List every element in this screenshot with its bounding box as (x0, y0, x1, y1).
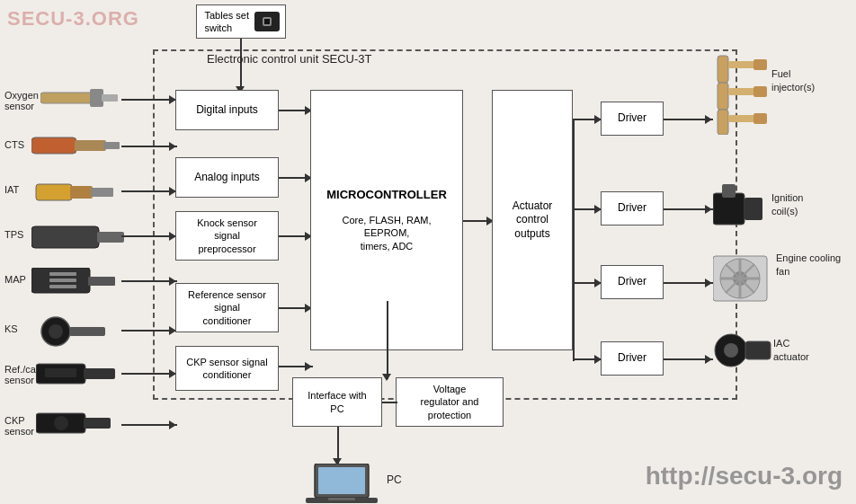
svg-rect-5 (103, 142, 120, 149)
voltage-label: Voltageregulator andprotection (421, 383, 479, 421)
switch-icon (254, 12, 280, 31)
sensor-map-label: MAP (4, 274, 26, 285)
svg-rect-26 (728, 61, 755, 68)
svg-rect-48 (318, 467, 365, 494)
fuel-injector-visual (713, 54, 771, 135)
iac-actuator-visual (713, 331, 771, 371)
sensor-tps-visual (31, 225, 130, 250)
svg-rect-4 (75, 140, 106, 151)
svg-rect-35 (745, 198, 762, 220)
ignition-coil-label: Ignitioncoil(s) (771, 191, 803, 219)
driver3-label: Driver (618, 275, 646, 289)
driver2-label: Driver (618, 201, 646, 216)
svg-rect-20 (84, 368, 115, 379)
arrow-fan (705, 279, 712, 287)
sensor-ckp-label: CKPsensor (4, 415, 34, 437)
iac-actuator-label: IACactuator (773, 337, 809, 365)
sensor-oxygen-label: Oxygensensor (4, 90, 39, 111)
ecu-label: Electronic control unit SECU-3T (207, 52, 372, 66)
url-text: http://secu-3.org (646, 462, 843, 491)
arrow-cts (169, 142, 176, 151)
digital-inputs-box: Digital inputs (175, 90, 279, 130)
digital-inputs-label: Digital inputs (196, 103, 258, 118)
ckp-sensor-label: CKP sensor signalconditioner (186, 356, 267, 382)
svg-rect-14 (49, 285, 76, 288)
mcu-title: MICROCONTROLLER (326, 188, 447, 203)
svg-rect-9 (31, 226, 99, 248)
cooling-fan-label: Engine cooling fan (776, 252, 856, 279)
svg-point-17 (49, 324, 63, 339)
actuator-v-line (573, 119, 575, 361)
svg-rect-13 (49, 279, 76, 282)
sensor-cts-visual (31, 133, 121, 158)
sensor-oxygen-visual (40, 85, 121, 112)
switch-label: Tables setswitch (204, 9, 249, 35)
svg-rect-25 (718, 56, 728, 83)
driver1-box: Driver (601, 102, 664, 136)
knock-sensor-label: Knock sensorsignalpreprocessor (197, 217, 257, 255)
sensor-tps-label: TPS (4, 229, 23, 240)
sensor-ks-visual (36, 316, 117, 347)
svg-point-24 (54, 416, 68, 430)
interface-pc-label: Interface withPC (308, 389, 366, 415)
svg-rect-33 (753, 113, 767, 124)
interface-pc-box: Interface withPC (292, 377, 382, 427)
svg-rect-6 (36, 184, 72, 200)
svg-rect-3 (31, 137, 76, 154)
svg-rect-1 (90, 89, 103, 107)
driver1-label: Driver (618, 111, 646, 126)
svg-rect-21 (45, 368, 76, 377)
analog-inputs-box: Analog inputs (175, 157, 279, 198)
sensor-refcam-visual (36, 359, 126, 388)
ckp-sensor-box: CKP sensor signalconditioner (175, 346, 279, 391)
sensor-ckp-visual (36, 409, 117, 438)
pc-label: PC (387, 473, 402, 486)
arrow-fuel (705, 115, 712, 124)
sensor-cts-label: CTS (4, 139, 24, 150)
svg-rect-28 (718, 83, 728, 110)
ref-sensor-box: Reference sensorsignalconditioner (175, 283, 279, 332)
ref-sensor-label: Reference sensorsignalconditioner (188, 288, 266, 327)
svg-rect-23 (84, 418, 111, 429)
arrow-ignition (705, 205, 712, 214)
driver4-label: Driver (618, 351, 646, 366)
fuel-injector-label: Fuelinjector(s) (771, 67, 815, 95)
driver2-box: Driver (601, 191, 664, 225)
driver4-box: Driver (601, 341, 664, 376)
svg-rect-0 (40, 93, 94, 103)
cooling-fan-visual (713, 252, 776, 305)
sensor-ks-label: KS (4, 323, 18, 334)
svg-rect-30 (753, 86, 767, 97)
svg-rect-29 (728, 88, 755, 95)
arrow-ckp (169, 420, 176, 429)
switch-dot (263, 17, 272, 26)
svg-rect-32 (728, 115, 755, 122)
arrow-mcu-interface (382, 374, 391, 381)
analog-inputs-label: Analog inputs (194, 171, 260, 185)
line-interface-voltage (382, 402, 397, 403)
svg-rect-2 (102, 94, 118, 102)
svg-rect-12 (49, 272, 76, 276)
sensor-iat-visual (31, 180, 121, 205)
ignition-coil-visual (713, 184, 767, 234)
svg-rect-27 (753, 59, 767, 70)
svg-rect-7 (70, 186, 93, 199)
svg-rect-18 (69, 327, 105, 336)
svg-rect-31 (718, 110, 728, 135)
svg-rect-50 (328, 498, 355, 500)
actuator-label: Actuatorcontroloutputs (513, 199, 553, 242)
mcu-sub: Core, FLASH, RAM,EEPROM,timers, ADC (326, 214, 447, 252)
watermark: SECU-3.ORG (7, 7, 139, 31)
svg-rect-8 (91, 188, 113, 197)
svg-point-46 (724, 343, 738, 358)
pc-laptop-icon (306, 464, 378, 504)
switch-box: Tables setswitch (196, 4, 286, 39)
sensor-iat-label: IAT (4, 184, 19, 195)
sensor-map-visual (31, 268, 130, 295)
line-mcu-down (387, 301, 388, 350)
voltage-box: Voltageregulator andprotection (396, 377, 504, 427)
svg-rect-45 (745, 341, 771, 359)
arrow-iac (705, 355, 712, 364)
actuator-box: Actuatorcontroloutputs (492, 90, 573, 350)
svg-rect-36 (722, 184, 736, 198)
